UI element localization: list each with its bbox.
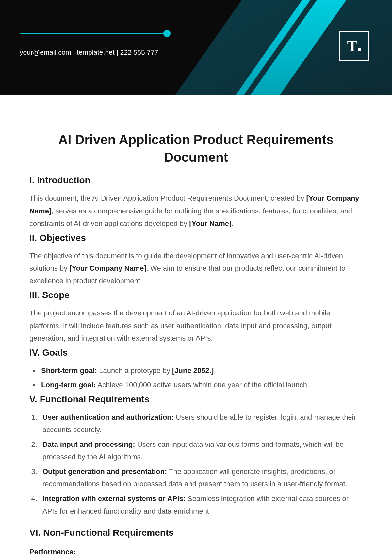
document-title: AI Driven Application Product Requiremen… — [29, 131, 363, 166]
list-item: Short-term goal: Launch a prototype by [… — [39, 364, 363, 377]
requirement-label: Data input and processing: — [42, 440, 135, 448]
brand-logo: T — [339, 31, 369, 61]
contact-info: your@email.com | template.net | 222 555 … — [20, 48, 158, 56]
subsection-performance: Performance: — [29, 548, 363, 556]
scope-paragraph: The project encompasses the development … — [29, 307, 363, 345]
placeholder-company-name: [Your Company Name] — [69, 264, 146, 272]
requirement-label: Integration with external systems or API… — [42, 495, 186, 503]
slider-thumb-icon — [163, 30, 171, 37]
contact-email: your@email.com — [20, 48, 71, 56]
placeholder-date: [June 2052.] — [172, 366, 214, 375]
document-body: AI Driven Application Product Requiremen… — [0, 95, 392, 556]
objectives-paragraph: The objective of this document is to gui… — [29, 250, 363, 288]
contact-phone: 222 555 777 — [120, 48, 158, 56]
requirement-label: User authentication and authorization: — [42, 413, 174, 421]
slider-track-icon — [20, 33, 170, 34]
section-heading-nonfunctional: VI. Non-Functional Requirements — [29, 528, 363, 538]
list-item: Integration with external systems or API… — [39, 493, 363, 518]
functional-requirements-list: User authentication and authorization: U… — [29, 411, 363, 518]
section-heading-introduction: I. Introduction — [29, 175, 363, 186]
list-item: Output generation and presentation: The … — [39, 465, 363, 491]
section-heading-functional: V. Functional Requirements — [29, 394, 363, 405]
section-heading-goals: IV. Goals — [29, 347, 363, 358]
section-heading-scope: III. Scope — [29, 290, 363, 300]
section-heading-objectives: II. Objectives — [29, 233, 363, 243]
contact-site: template.net — [77, 48, 115, 56]
list-item: Long-term goal: Achieve 100,000 active u… — [39, 379, 363, 392]
logo-letter: T — [347, 38, 357, 54]
placeholder-your-name: [Your Name] — [189, 219, 231, 227]
logo-dot-icon — [358, 48, 361, 51]
list-item: User authentication and authorization: U… — [39, 411, 363, 436]
intro-paragraph: This document, the AI Driven Application… — [29, 192, 363, 230]
goal-label: Long-term goal: — [41, 381, 96, 389]
goal-label: Short-term goal: — [41, 366, 97, 375]
document-header: your@email.com | template.net | 222 555 … — [0, 0, 392, 95]
requirement-label: Output generation and presentation: — [42, 467, 167, 476]
list-item: Data input and processing: Users can inp… — [39, 438, 363, 463]
goals-list: Short-term goal: Launch a prototype by [… — [29, 364, 363, 392]
